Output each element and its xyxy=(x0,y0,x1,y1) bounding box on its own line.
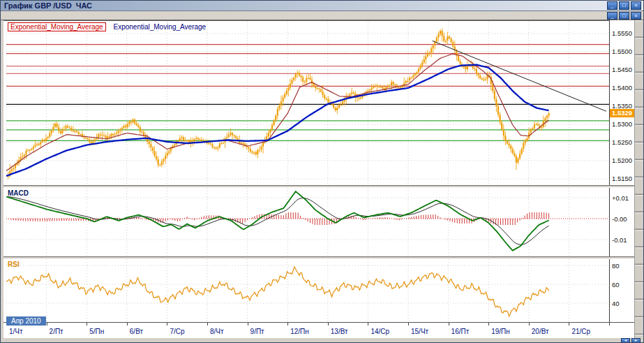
price-axis-label: 1.5450 xyxy=(612,66,632,73)
scroll-right-button[interactable]: ► xyxy=(631,338,641,343)
day-label: 21/Ср xyxy=(571,328,590,335)
day-label: 16/Пт xyxy=(451,328,470,335)
day-label: 20/Вт xyxy=(532,328,549,335)
time-axis-tick xyxy=(47,323,47,326)
rsi-label: RSI xyxy=(8,261,20,268)
time-axis-tick xyxy=(609,323,610,326)
day-label: 9/Пт xyxy=(250,328,264,335)
child-close-button[interactable]: × xyxy=(631,12,641,20)
time-axis-tick xyxy=(248,323,248,326)
price-axis-label: 1.5400 xyxy=(612,84,632,92)
child-minimize-button[interactable]: _ xyxy=(607,12,617,20)
price-axis-label: 1.5500 xyxy=(612,48,632,55)
macd-axis-label: +0.01 xyxy=(612,194,629,202)
time-axis-tick xyxy=(287,323,288,326)
date-badge: Апр 2010 xyxy=(6,316,46,326)
price-chart-canvas[interactable] xyxy=(6,21,609,185)
price-chart-panel[interactable]: Exponential_Moving_Average Exponential_M… xyxy=(3,20,609,185)
scroll-buttons: ◄► xyxy=(620,338,641,343)
day-label: 2/Пт xyxy=(50,328,63,335)
time-axis-tick xyxy=(569,323,569,326)
rsi-panel[interactable]: RSI xyxy=(3,259,609,322)
rsi-axis-label: 80 xyxy=(612,262,620,270)
macd-axis-label: -0.01 xyxy=(612,236,627,244)
time-axis-tick xyxy=(207,323,208,326)
scroll-left-button[interactable]: ◄ xyxy=(621,338,630,343)
macd-label: MACD xyxy=(8,189,29,197)
day-label: 14/Ср xyxy=(370,328,389,335)
price-axis-label: 1.5300 xyxy=(612,120,632,128)
day-label: 19/Пн xyxy=(491,328,510,335)
ema-legend-red: Exponential_Moving_Average xyxy=(8,22,106,31)
time-axis-tick xyxy=(127,323,128,326)
window-title: График GBP /USD ЧАС xyxy=(4,1,92,10)
time-axis-tick xyxy=(167,323,167,326)
time-axis-tick xyxy=(449,323,449,326)
time-axis-tick xyxy=(408,323,409,326)
price-axis-label: 1.5150 xyxy=(612,175,632,182)
price-axis[interactable]: 1.55501.55001.54501.54001.53501.53001.52… xyxy=(609,20,634,322)
minimize-button[interactable]: _ xyxy=(607,1,617,10)
panel-divider[interactable] xyxy=(3,185,634,188)
macd-canvas[interactable] xyxy=(6,188,609,256)
time-axis-tick xyxy=(529,323,530,326)
price-axis-label: 1.5250 xyxy=(612,138,632,146)
rsi-axis-label: 40 xyxy=(612,300,620,307)
time-axis[interactable]: 1/Чт2/Пт5/Пн6/Вт7/Ср8/Чт9/Пт12/Пн13/Вт14… xyxy=(3,322,634,338)
menu-row: _□× xyxy=(1,12,643,20)
time-axis-tick xyxy=(488,323,489,326)
macd-panel[interactable]: MACD xyxy=(3,188,609,256)
right-scrollbar[interactable] xyxy=(634,20,644,338)
child-window-buttons: _□× xyxy=(606,12,641,20)
rsi-canvas[interactable] xyxy=(6,259,609,322)
current-price-badge: 1.5329 xyxy=(610,109,634,117)
close-button[interactable]: × xyxy=(631,1,641,10)
ema-legend-blue: Exponential_Moving_Average xyxy=(112,23,207,31)
day-label: 6/Вт xyxy=(130,328,143,335)
time-axis-tick xyxy=(328,323,329,326)
day-label: 7/Ср xyxy=(170,328,184,335)
panel-divider[interactable] xyxy=(3,256,634,259)
time-axis-tick xyxy=(368,323,368,326)
child-restore-button[interactable]: □ xyxy=(619,12,629,20)
time-axis-tick xyxy=(87,323,87,326)
window-titlebar[interactable]: График GBP /USD ЧАС _□× xyxy=(1,1,643,11)
day-label: 8/Чт xyxy=(210,328,224,335)
day-label: 15/Чт xyxy=(411,328,428,335)
day-label: 1/Чт xyxy=(9,328,23,335)
day-label: 12/Пн xyxy=(290,328,309,335)
day-label: 5/Пн xyxy=(89,328,104,335)
chart-window: График GBP /USD ЧАС _□× _□× Exponential_… xyxy=(0,0,644,343)
macd-axis-label: -0.00 xyxy=(612,215,627,223)
titlebar-buttons: _□× xyxy=(606,1,641,10)
rsi-axis-label: 60 xyxy=(612,281,620,289)
price-axis-label: 1.5200 xyxy=(612,156,632,164)
day-label: 13/Вт xyxy=(331,328,348,335)
maximize-button[interactable]: □ xyxy=(619,1,629,10)
bottom-bar: ◄► xyxy=(1,338,643,343)
indicator-legend: Exponential_Moving_Average Exponential_M… xyxy=(8,23,207,31)
price-axis-label: 1.5550 xyxy=(612,29,632,37)
